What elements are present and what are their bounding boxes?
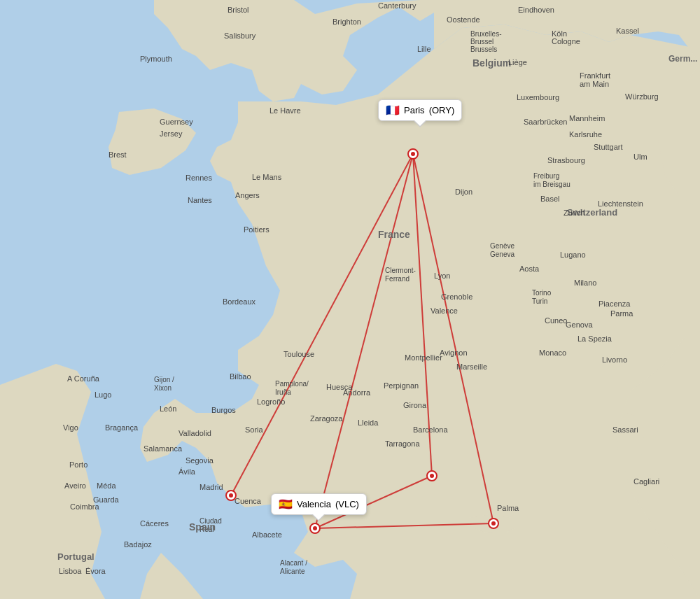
svg-text:Cuenca: Cuenca <box>234 497 262 505</box>
svg-text:Lisboa: Lisboa <box>59 567 82 575</box>
svg-text:Porto: Porto <box>69 460 88 469</box>
svg-text:Clermont-: Clermont- <box>385 267 416 274</box>
svg-text:Liechtenstein: Liechtenstein <box>598 199 643 208</box>
paris-airport-code: (ORY) <box>429 105 455 115</box>
svg-text:Toulouse: Toulouse <box>284 350 314 358</box>
svg-text:Gijon /: Gijon / <box>154 376 174 383</box>
svg-text:Poitiers: Poitiers <box>244 225 270 234</box>
paris-flag-icon: 🇫🇷 <box>386 104 400 117</box>
svg-text:Spain: Spain <box>189 521 216 533</box>
svg-text:Barcelona: Barcelona <box>413 425 448 434</box>
svg-text:Soria: Soria <box>245 425 264 434</box>
valencia-airport-tooltip[interactable]: 🇪🇸 Valencia (VLC) <box>271 493 367 515</box>
valencia-airport-label: Valencia <box>297 499 331 509</box>
svg-text:Genève: Genève <box>490 242 514 250</box>
svg-text:Sassari: Sassari <box>612 425 638 434</box>
svg-text:Badajoz: Badajoz <box>124 540 152 549</box>
svg-text:Salamanca: Salamanca <box>144 444 183 453</box>
svg-text:Stuttgart: Stuttgart <box>594 143 623 151</box>
svg-text:Angers: Angers <box>235 191 260 199</box>
svg-text:Burgos: Burgos <box>211 406 236 414</box>
svg-text:Portugal: Portugal <box>57 551 94 562</box>
svg-text:Grenoble: Grenoble <box>441 293 472 301</box>
svg-text:Livorno: Livorno <box>602 355 627 364</box>
svg-text:Cuneo: Cuneo <box>545 316 567 325</box>
svg-text:Parma: Parma <box>610 309 634 318</box>
svg-text:France: France <box>378 229 410 240</box>
svg-text:Lleida: Lleida <box>358 418 379 427</box>
svg-text:Brussel: Brussel <box>470 38 493 45</box>
svg-point-12 <box>491 521 496 526</box>
paris-airport-label: Paris <box>404 105 425 115</box>
svg-text:Strasbourg: Strasbourg <box>547 156 585 164</box>
svg-text:Karlsruhe: Karlsruhe <box>569 130 602 139</box>
svg-text:Bristol: Bristol <box>227 6 249 14</box>
svg-text:Frankfurt: Frankfurt <box>580 71 610 80</box>
svg-text:Jersey: Jersey <box>160 129 183 138</box>
svg-point-10 <box>430 474 434 478</box>
svg-text:Bordeaux: Bordeaux <box>223 297 256 306</box>
svg-text:Oostende: Oostende <box>447 15 480 24</box>
svg-text:Belgium: Belgium <box>472 57 511 69</box>
svg-text:Logroño: Logroño <box>257 397 285 406</box>
svg-text:Germ...: Germ... <box>668 54 697 64</box>
svg-text:Ulm: Ulm <box>634 153 648 161</box>
svg-text:Brighton: Brighton <box>332 17 361 26</box>
svg-text:Monaco: Monaco <box>539 348 566 357</box>
svg-text:Ferrand: Ferrand <box>385 275 410 283</box>
svg-text:Xixon: Xixon <box>154 384 172 392</box>
svg-text:Bruxelles-: Bruxelles- <box>470 30 501 38</box>
svg-text:Avignon: Avignon <box>440 348 468 357</box>
svg-text:Segovia: Segovia <box>186 456 214 465</box>
svg-text:Brest: Brest <box>108 150 127 159</box>
svg-text:Évora: Évora <box>85 567 106 575</box>
svg-text:Mannheim: Mannheim <box>569 114 605 122</box>
svg-text:Saarbrücken: Saarbrücken <box>524 118 567 126</box>
svg-text:Zurich: Zurich <box>564 209 585 217</box>
svg-text:Brussels: Brussels <box>470 45 497 53</box>
svg-text:Canterbury: Canterbury <box>378 1 416 10</box>
svg-text:Nantes: Nantes <box>188 196 212 204</box>
svg-text:Aosta: Aosta <box>519 265 540 273</box>
svg-point-16 <box>313 526 317 530</box>
svg-text:Lugano: Lugano <box>560 251 586 259</box>
svg-point-8 <box>411 152 415 156</box>
svg-text:La Spezia: La Spezia <box>578 334 612 343</box>
svg-text:Girona: Girona <box>403 401 427 409</box>
svg-text:Montpellier: Montpellier <box>405 353 442 362</box>
svg-text:Aveiro: Aveiro <box>64 481 86 490</box>
paris-airport-tooltip[interactable]: 🇫🇷 Paris (ORY) <box>378 99 462 121</box>
svg-text:Würzburg: Würzburg <box>625 92 659 101</box>
svg-text:Basel: Basel <box>540 195 560 203</box>
svg-text:Vigo: Vigo <box>63 423 78 432</box>
svg-text:Zaragoza: Zaragoza <box>310 414 343 423</box>
map-container: Canterbury Brighton Bristol Salisbury Pl… <box>0 0 700 599</box>
svg-text:Guernsey: Guernsey <box>160 118 193 126</box>
svg-text:Salisbury: Salisbury <box>224 31 256 40</box>
valencia-flag-icon: 🇪🇸 <box>279 498 293 511</box>
svg-text:Le Havre: Le Havre <box>270 106 301 115</box>
svg-text:Liège: Liège <box>508 58 527 66</box>
svg-text:Huesca: Huesca <box>326 383 353 391</box>
svg-text:Valence: Valence <box>430 306 458 315</box>
svg-text:Guarda: Guarda <box>93 495 120 504</box>
svg-text:Palma: Palma <box>497 504 519 512</box>
svg-text:Le Mans: Le Mans <box>252 173 282 181</box>
svg-text:Lille: Lille <box>417 45 431 53</box>
svg-point-14 <box>229 493 233 498</box>
svg-text:Pamplona/: Pamplona/ <box>275 380 309 388</box>
valencia-airport-code: (VLC) <box>335 499 359 509</box>
svg-text:Madrid: Madrid <box>200 483 223 491</box>
svg-text:A Coruña: A Coruña <box>67 374 100 383</box>
svg-text:Ávila: Ávila <box>178 467 196 476</box>
svg-text:Torino: Torino <box>532 289 552 297</box>
svg-text:Eindhoven: Eindhoven <box>518 6 554 14</box>
svg-text:Bragança: Bragança <box>105 423 139 432</box>
svg-text:Lyon: Lyon <box>434 272 450 280</box>
svg-text:am Main: am Main <box>580 80 609 88</box>
svg-text:Méda: Méda <box>97 481 116 490</box>
svg-text:León: León <box>160 404 176 413</box>
svg-text:Milano: Milano <box>574 279 596 287</box>
svg-text:Marseille: Marseille <box>456 362 487 371</box>
svg-text:Alicante: Alicante <box>280 568 305 575</box>
